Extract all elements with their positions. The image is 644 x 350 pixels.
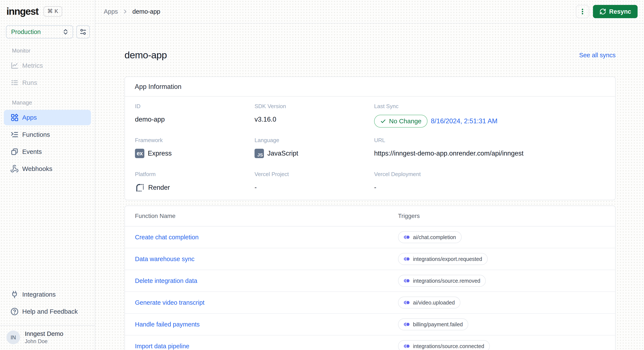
section-label-manage: Manage <box>0 99 95 106</box>
functions-icon <box>10 130 19 139</box>
table-row: Create chat completion ai/chat.completio… <box>125 226 615 248</box>
trigger-pill: integrations/source.connected <box>398 340 490 350</box>
more-options-button[interactable] <box>576 5 589 18</box>
page-head: demo-app See all syncs <box>124 50 616 61</box>
sidebar-item-metrics[interactable]: Metrics <box>4 58 91 73</box>
sidebar: inngest ⌘ K Production Monitor Metrics <box>0 0 95 350</box>
functions-table: Function Name Triggers Create chat compl… <box>124 206 616 350</box>
field-last-sync: Last Sync No Change 8/16/2024, 2:51:31 A… <box>374 97 605 131</box>
function-link[interactable]: Delete integration data <box>125 277 398 284</box>
sidebar-item-label: Help and Feedback <box>22 308 78 315</box>
page-content: demo-app See all syncs App Information I… <box>95 24 644 350</box>
table-row: Generate video transcript ai/video.uploa… <box>125 292 615 314</box>
webhooks-icon <box>10 165 19 173</box>
resync-button[interactable]: Resync <box>593 5 638 18</box>
column-triggers: Triggers <box>398 213 615 219</box>
table-row: Import data pipeline integrations/source… <box>125 335 615 350</box>
environment-select[interactable]: Production <box>6 25 73 39</box>
field-language: Language JS JavaScript <box>254 131 374 165</box>
chevron-up-down-icon <box>62 28 69 36</box>
no-change-badge: No Change <box>374 115 428 128</box>
page-title: demo-app <box>124 50 167 61</box>
shortcut-key-label: K <box>55 8 58 15</box>
sidebar-item-functions[interactable]: Functions <box>4 127 91 142</box>
express-icon: ex <box>135 149 144 158</box>
topbar: Apps demo-app Resync <box>95 0 644 24</box>
event-trigger-icon <box>404 321 410 327</box>
sidebar-item-runs[interactable]: Runs <box>4 75 91 90</box>
function-link[interactable]: Handle failed payments <box>125 321 398 328</box>
app-info-fields: ID demo-app SDK Version v3.16.0 Last Syn… <box>125 97 615 200</box>
see-all-syncs-link[interactable]: See all syncs <box>579 52 616 59</box>
topbar-actions: Resync <box>576 5 638 18</box>
environment-settings-button[interactable] <box>76 25 90 39</box>
app-root: inngest ⌘ K Production Monitor Metrics <box>0 0 644 350</box>
sidebar-nav: Monitor Metrics Runs Manage Apps Functio… <box>0 39 95 178</box>
sidebar-item-integrations[interactable]: Integrations <box>4 287 91 302</box>
sidebar-item-label: Integrations <box>22 291 56 298</box>
function-link[interactable]: Generate video transcript <box>125 299 398 306</box>
trigger-pill: billing/payment.failed <box>398 318 468 330</box>
event-trigger-icon <box>404 278 410 283</box>
trigger-pill: ai/chat.completion <box>398 231 462 243</box>
javascript-icon: JS <box>254 149 264 158</box>
trigger-pill: integrations/export.requested <box>398 253 488 265</box>
function-link[interactable]: Import data pipeline <box>125 343 398 350</box>
sidebar-item-apps[interactable]: Apps <box>4 110 91 125</box>
help-circle-icon <box>10 307 19 316</box>
card-title: App Information <box>125 77 615 97</box>
function-link[interactable]: Create chat completion <box>125 234 398 241</box>
field-platform: Platform Render <box>135 165 254 198</box>
field-url: URL https://inngest-demo-app.onrender.co… <box>374 131 605 165</box>
command-icon: ⌘ <box>48 8 53 15</box>
sidebar-item-label: Functions <box>22 131 50 138</box>
sidebar-item-label: Runs <box>22 79 37 86</box>
command-k-shortcut[interactable]: ⌘ K <box>44 6 62 17</box>
sidebar-item-webhooks[interactable]: Webhooks <box>4 161 91 176</box>
field-id: ID demo-app <box>135 97 254 131</box>
check-icon <box>380 118 386 124</box>
breadcrumb-current: demo-app <box>132 8 160 15</box>
apps-icon <box>10 113 19 122</box>
trigger-pill: integrations/source.removed <box>398 275 486 287</box>
inngest-logo: inngest <box>6 6 38 17</box>
kebab-menu-icon <box>579 8 586 15</box>
avatar: IN <box>6 330 20 344</box>
user-menu[interactable]: IN Inngest Demo John Doe <box>0 326 95 350</box>
event-trigger-icon <box>404 234 410 240</box>
plug-icon <box>10 290 19 299</box>
sidebar-item-events[interactable]: Events <box>4 144 91 159</box>
field-framework: Framework ex Express <box>135 131 254 165</box>
user-name: John Doe <box>25 338 64 344</box>
runs-icon <box>10 78 19 87</box>
sidebar-item-help-feedback[interactable]: Help and Feedback <box>4 304 91 319</box>
sidebar-item-label: Metrics <box>22 62 43 69</box>
logo-row: inngest ⌘ K <box>0 0 95 17</box>
function-link[interactable]: Data warehouse sync <box>125 255 398 263</box>
app-information-card: App Information ID demo-app SDK Version … <box>124 77 616 200</box>
sidebar-footer: Integrations Help and Feedback IN Innges… <box>0 287 95 350</box>
last-sync-link[interactable]: 8/16/2024, 2:51:31 AM <box>431 117 498 125</box>
render-icon <box>135 183 145 193</box>
event-trigger-icon <box>404 256 410 262</box>
section-label-monitor: Monitor <box>0 48 95 54</box>
sliders-icon <box>79 28 87 36</box>
events-icon <box>10 147 19 156</box>
column-function-name: Function Name <box>125 213 398 219</box>
table-row: Delete integration data integrations/sou… <box>125 270 615 292</box>
chevron-right-icon <box>122 9 128 15</box>
breadcrumb-apps[interactable]: Apps <box>104 8 118 15</box>
refresh-icon <box>599 8 606 15</box>
event-trigger-icon <box>404 343 410 349</box>
sidebar-item-label: Webhooks <box>22 165 52 172</box>
metrics-icon <box>10 61 19 70</box>
functions-table-header: Function Name Triggers <box>125 206 615 226</box>
user-account-name: Inngest Demo <box>25 330 64 337</box>
sidebar-item-label: Apps <box>22 114 37 121</box>
table-row: Handle failed payments billing/payment.f… <box>125 314 615 335</box>
field-vercel-deployment: Vercel Deployment - <box>374 165 605 198</box>
field-sdk-version: SDK Version v3.16.0 <box>254 97 374 131</box>
sidebar-item-label: Events <box>22 148 42 155</box>
environment-row: Production <box>0 17 95 39</box>
main-column: Apps demo-app Resync demo-app See all sy… <box>95 0 644 350</box>
